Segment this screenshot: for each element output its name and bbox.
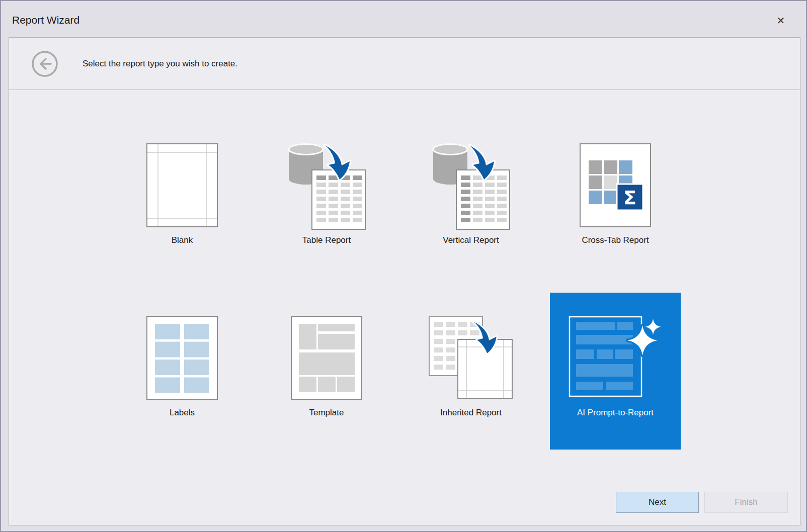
- blank-icon: [117, 143, 248, 228]
- report-type-label: Labels: [170, 407, 195, 418]
- labels-icon: [117, 316, 248, 400]
- titlebar: Report Wizard ✕: [1, 1, 806, 37]
- report-type-template[interactable]: Template: [261, 293, 392, 450]
- wizard-panel: Select the report type you wish to creat…: [9, 37, 800, 525]
- report-type-label: Inherited Report: [440, 407, 502, 418]
- report-type-label: Table Report: [302, 235, 351, 245]
- report-type-label: Cross-Tab Report: [582, 235, 649, 245]
- report-type-label: Vertical Report: [443, 235, 499, 245]
- template-icon: [261, 316, 392, 400]
- report-type-vertical-report[interactable]: Vertical Report: [406, 120, 536, 277]
- cross-tab-report-icon: Σ: [550, 143, 681, 228]
- report-type-ai-prompt-to-report[interactable]: AI Prompt-to-Report: [550, 293, 681, 450]
- report-type-table-report[interactable]: Table Report: [261, 120, 392, 277]
- inherited-report-icon: [406, 316, 536, 400]
- back-button[interactable]: [31, 50, 58, 77]
- vertical-report-icon: [406, 143, 536, 228]
- report-type-grid: Blank Table Report: [117, 120, 681, 450]
- next-button[interactable]: Next: [616, 492, 699, 513]
- report-type-labels[interactable]: Labels: [117, 293, 248, 450]
- report-type-blank[interactable]: Blank: [117, 120, 248, 277]
- window-title: Report Wizard: [12, 14, 79, 26]
- svg-text:Σ: Σ: [623, 187, 636, 209]
- wizard-header: Select the report type you wish to creat…: [9, 38, 800, 90]
- finish-button[interactable]: Finish: [704, 492, 788, 513]
- report-type-label: AI Prompt-to-Report: [577, 407, 654, 418]
- close-icon[interactable]: ✕: [774, 14, 788, 28]
- report-type-cross-tab-report[interactable]: Σ Cross-Tab Report: [550, 120, 681, 277]
- report-type-inherited-report[interactable]: Inherited Report: [406, 293, 536, 450]
- report-type-label: Blank: [172, 235, 193, 245]
- ai-prompt-to-report-icon: [550, 316, 681, 400]
- report-wizard-dialog: Report Wizard ✕ Select the report type y…: [0, 0, 807, 532]
- back-arrow-icon: [31, 50, 58, 77]
- instruction-text: Select the report type you wish to creat…: [83, 59, 237, 69]
- report-type-label: Template: [309, 407, 344, 418]
- table-report-icon: [261, 143, 392, 228]
